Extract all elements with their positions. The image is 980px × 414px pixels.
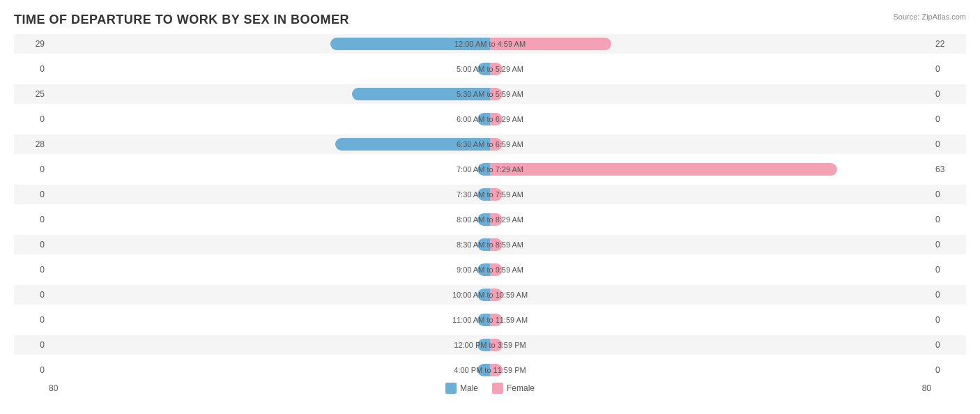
time-label: 12:00 PM to 3:59 PM — [454, 341, 526, 349]
time-label: 5:00 AM to 5:29 AM — [457, 65, 523, 73]
time-label: 9:00 AM to 9:59 AM — [457, 266, 523, 274]
male-bar-container — [49, 289, 490, 301]
legend-female: Female — [492, 383, 535, 394]
female-value: 0 — [931, 290, 966, 300]
female-bar-container — [490, 63, 931, 75]
male-bar-container — [49, 364, 490, 376]
male-value: 0 — [14, 215, 49, 224]
chart-row: 0 6:00 AM to 6:29 AM 0 — [14, 109, 966, 129]
female-bar — [490, 163, 837, 176]
time-label: 6:00 AM to 6:29 AM — [457, 115, 523, 123]
male-value: 0 — [14, 64, 49, 74]
female-bar-container — [490, 314, 931, 326]
male-value: 0 — [14, 340, 49, 350]
male-value: 0 — [14, 190, 49, 199]
bars-center: 5:00 AM to 5:29 AM — [49, 59, 931, 79]
chart-row: 0 9:00 AM to 9:59 AM 0 — [14, 260, 966, 279]
male-value: 0 — [14, 290, 49, 300]
female-bar-container — [490, 364, 931, 376]
male-bar-container — [49, 38, 490, 50]
chart-row: 0 4:00 PM to 11:59 PM 0 — [14, 360, 966, 380]
female-value: 0 — [931, 340, 966, 350]
female-value: 0 — [931, 215, 966, 224]
chart-row: 0 11:00 AM to 11:59 AM 0 — [14, 310, 966, 330]
male-value: 28 — [14, 139, 49, 149]
female-bar-container — [490, 88, 931, 100]
female-value: 0 — [931, 89, 966, 99]
male-bar-container — [49, 339, 490, 351]
female-bar-container — [490, 163, 931, 176]
bars-center: 5:30 AM to 5:59 AM — [49, 84, 931, 104]
male-bar-container — [49, 88, 490, 100]
chart-row: 28 6:30 AM to 6:59 AM 0 — [14, 135, 966, 154]
bars-center: 4:00 PM to 11:59 PM — [49, 360, 931, 380]
male-value: 0 — [14, 240, 49, 250]
male-bar-container — [49, 263, 490, 276]
female-bar-container — [490, 238, 931, 251]
bars-center: 6:30 AM to 6:59 AM — [49, 135, 931, 154]
female-bar-container — [490, 113, 931, 125]
chart-row: 0 10:00 AM to 10:59 AM 0 — [14, 285, 966, 305]
male-bar-container — [49, 138, 490, 151]
chart-row: 0 5:00 AM to 5:29 AM 0 — [14, 59, 966, 79]
male-value: 25 — [14, 89, 49, 99]
chart-row: 29 12:00 AM to 4:59 AM 22 — [14, 34, 966, 54]
male-value: 0 — [14, 265, 49, 275]
male-value: 0 — [14, 365, 49, 375]
female-bar-container — [490, 138, 931, 151]
time-label: 4:00 PM to 11:59 PM — [454, 366, 526, 374]
female-value: 22 — [931, 39, 966, 49]
chart-row: 0 8:00 AM to 8:29 AM 0 — [14, 210, 966, 229]
female-bar-container — [490, 263, 931, 276]
male-bar-container — [49, 63, 490, 75]
chart-row: 0 12:00 PM to 3:59 PM 0 — [14, 335, 966, 355]
bars-center: 8:00 AM to 8:29 AM — [49, 210, 931, 229]
male-value: 0 — [14, 164, 49, 174]
male-bar-container — [49, 314, 490, 326]
bars-center: 12:00 PM to 3:59 PM — [49, 335, 931, 355]
legend-male: Male — [445, 383, 478, 394]
male-bar-container — [49, 213, 490, 226]
female-value: 0 — [931, 240, 966, 250]
time-label: 5:30 AM to 5:59 AM — [457, 90, 523, 98]
bars-center: 6:00 AM to 6:29 AM — [49, 109, 931, 129]
male-value: 29 — [14, 39, 49, 49]
bars-center: 7:30 AM to 7:59 AM — [49, 185, 931, 204]
male-value: 0 — [14, 315, 49, 325]
legend: Male Female — [445, 383, 535, 394]
source-text: Source: ZipAtlas.com — [893, 13, 966, 21]
chart-row: 0 8:30 AM to 8:59 AM 0 — [14, 235, 966, 254]
male-bar-container — [49, 113, 490, 125]
female-value: 0 — [931, 64, 966, 74]
female-bar-container — [490, 188, 931, 201]
female-value: 0 — [931, 265, 966, 275]
chart-title: TIME OF DEPARTURE TO WORK BY SEX IN BOOM… — [14, 13, 966, 27]
time-label: 7:30 AM to 7:59 AM — [457, 190, 523, 199]
bars-center: 7:00 AM to 7:29 AM — [49, 160, 931, 179]
male-bar-container — [49, 188, 490, 201]
time-label: 6:30 AM to 6:59 AM — [457, 140, 523, 148]
bars-center: 12:00 AM to 4:59 AM — [49, 34, 931, 54]
bars-center: 10:00 AM to 10:59 AM — [49, 285, 931, 305]
male-value: 0 — [14, 114, 49, 124]
axis-min-label: 80 — [49, 383, 58, 393]
chart-area: 29 12:00 AM to 4:59 AM 22 0 5:00 AM to 5… — [14, 34, 966, 380]
female-bar-container — [490, 339, 931, 351]
legend-male-label: Male — [460, 383, 478, 393]
chart-row: 0 7:30 AM to 7:59 AM 0 — [14, 185, 966, 204]
legend-female-label: Female — [507, 383, 535, 393]
chart-row: 25 5:30 AM to 5:59 AM 0 — [14, 84, 966, 104]
female-value: 63 — [931, 164, 966, 174]
female-bar-container — [490, 38, 931, 50]
female-bar-container — [490, 289, 931, 301]
chart-footer: 80 Male Female 80 — [14, 383, 966, 394]
male-bar-container — [49, 238, 490, 251]
bars-center: 8:30 AM to 8:59 AM — [49, 235, 931, 254]
time-label: 10:00 AM to 10:59 AM — [452, 291, 528, 299]
female-value: 0 — [931, 315, 966, 325]
time-label: 12:00 AM to 4:59 AM — [454, 40, 526, 48]
bars-center: 11:00 AM to 11:59 AM — [49, 310, 931, 330]
chart-container: TIME OF DEPARTURE TO WORK BY SEX IN BOOM… — [0, 0, 980, 414]
time-label: 11:00 AM to 11:59 AM — [452, 316, 528, 324]
female-value: 0 — [931, 190, 966, 199]
